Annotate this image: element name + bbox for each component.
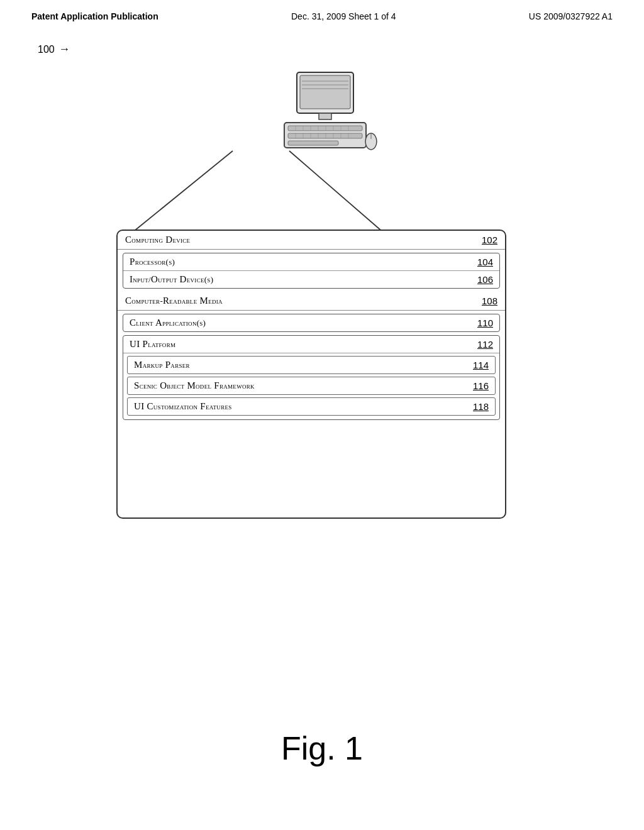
ui-customization-group: UI Customization Features 118	[127, 397, 496, 416]
header-patent-number: US 2009/0327922 A1	[529, 11, 613, 21]
ui-customization-number: 118	[473, 401, 489, 412]
client-app-group: Client Application(s) 110	[123, 314, 500, 332]
processor-number: 104	[477, 257, 493, 267]
processor-label: Processor(s)	[130, 257, 175, 267]
markup-parser-group: Markup Parser 114	[127, 356, 496, 374]
ui-platform-row: UI Platform 112	[123, 336, 499, 353]
main-diagram-box: Computing Device 102 Processor(s) 104 In…	[116, 230, 506, 519]
svg-rect-7	[288, 126, 362, 131]
svg-rect-9	[288, 141, 338, 145]
scenic-object-model-number: 116	[473, 380, 489, 391]
svg-line-28	[132, 151, 233, 233]
header-date-sheet: Dec. 31, 2009 Sheet 1 of 4	[291, 11, 396, 21]
computer-readable-media-number: 108	[482, 296, 497, 306]
processor-row: Processor(s) 104	[123, 253, 499, 271]
figure-caption: Fig. 1	[281, 729, 363, 767]
input-output-number: 106	[477, 274, 493, 285]
computing-device-number: 102	[482, 235, 497, 245]
computer-icon	[265, 66, 379, 167]
input-output-row: Input/Output Device(s) 106	[123, 271, 499, 288]
markup-parser-row: Markup Parser 114	[128, 357, 495, 374]
ui-customization-label: UI Customization Features	[134, 401, 232, 412]
client-application-label: Client Application(s)	[130, 318, 206, 328]
input-output-label: Input/Output Device(s)	[130, 274, 213, 285]
markup-parser-label: Markup Parser	[134, 360, 190, 370]
scenic-object-model-row: Scenic Object Model Framework 116	[128, 377, 495, 394]
page-header: Patent Application Publication Dec. 31, …	[0, 0, 644, 28]
computing-device-row: Computing Device 102	[118, 231, 505, 250]
ui-customization-row: UI Customization Features 118	[128, 398, 495, 415]
client-application-row: Client Application(s) 110	[123, 314, 499, 331]
computer-readable-media-label: Computer-Readable Media	[125, 296, 223, 306]
svg-rect-8	[288, 133, 362, 138]
client-application-number: 110	[477, 318, 493, 328]
ui-platform-group: UI Platform 112 Markup Parser 114 Scenic…	[123, 335, 500, 420]
markup-parser-number: 114	[473, 360, 489, 370]
header-publication-type: Patent Application Publication	[31, 11, 158, 21]
svg-rect-5	[319, 113, 331, 119]
diagram-main-label: 100 →	[38, 43, 70, 56]
svg-rect-1	[300, 75, 350, 109]
scenic-object-model-label: Scenic Object Model Framework	[134, 380, 255, 391]
ui-platform-number: 112	[477, 339, 493, 350]
scenic-object-model-group: Scenic Object Model Framework 116	[127, 377, 496, 395]
processor-io-group: Processor(s) 104 Input/Output Device(s) …	[123, 253, 500, 289]
box-bottom-padding	[118, 423, 505, 431]
computing-device-label: Computing Device	[125, 235, 190, 245]
computer-readable-media-row: Computer-Readable Media 108	[118, 292, 505, 311]
computer-illustration	[259, 63, 385, 170]
ui-platform-label: UI Platform	[130, 339, 175, 350]
